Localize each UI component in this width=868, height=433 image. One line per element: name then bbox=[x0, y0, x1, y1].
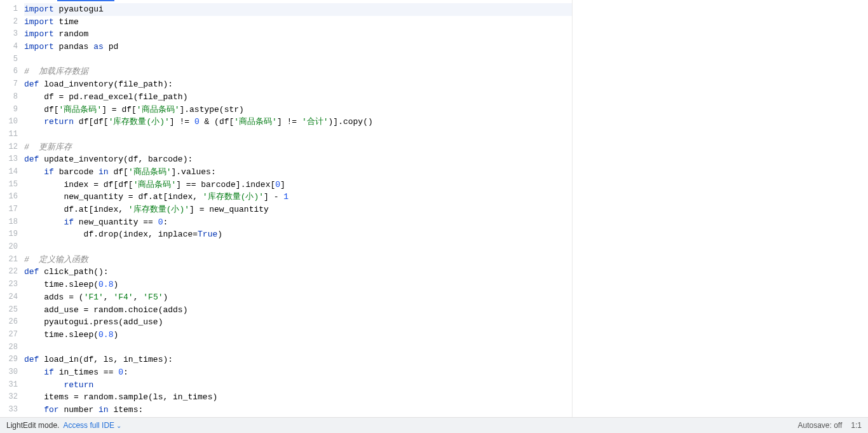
token-num: 0.8 bbox=[98, 330, 113, 340]
token-p: click_path(): bbox=[39, 267, 108, 277]
token-kw: def bbox=[24, 155, 39, 164]
token-kw: if bbox=[44, 167, 54, 177]
code-line[interactable]: items = random.sample(ls, in_times) bbox=[24, 391, 572, 404]
chevron-down-icon: ⌄ bbox=[116, 422, 121, 429]
line-number: 2 bbox=[0, 16, 18, 29]
token-kw: in bbox=[98, 167, 109, 177]
code-line[interactable]: return df[df['库存数量(小)'] != 0 & (df['商品条码… bbox=[24, 116, 572, 128]
code-line[interactable]: # 更新库存 bbox=[24, 141, 572, 154]
code-line[interactable] bbox=[24, 128, 572, 141]
token-str: '商品条码' bbox=[133, 180, 177, 189]
code-line[interactable]: if barcode in df['商品条码'].values: bbox=[24, 166, 572, 179]
code-line[interactable]: df.at[index, '库存数量(小)'] = new_quantity bbox=[24, 203, 572, 216]
line-number: 7 bbox=[0, 78, 18, 91]
token-kw: import bbox=[24, 17, 54, 27]
code-line[interactable]: time.sleep(0.8) bbox=[24, 329, 572, 341]
cursor-position[interactable]: 1:1 bbox=[851, 421, 862, 430]
line-number: 3 bbox=[0, 28, 18, 41]
token-p: df = pd.read_excel(file_path) bbox=[24, 92, 187, 102]
line-number-gutter: 1234567891011121314151617181920212223242… bbox=[0, 0, 24, 417]
token-p: ] == barcode].index[ bbox=[176, 180, 275, 189]
token-p: df[ bbox=[24, 105, 59, 114]
line-number: 12 bbox=[0, 141, 18, 154]
token-kw: def bbox=[24, 267, 39, 277]
code-line[interactable]: def click_path(): bbox=[24, 266, 572, 278]
token-p: new_quantity = df.at[index, bbox=[24, 192, 203, 202]
token-p: index = df[df[ bbox=[24, 180, 133, 189]
code-line[interactable]: time.sleep(0.8) bbox=[24, 278, 572, 291]
code-line[interactable]: pyautogui.press(add_use) bbox=[24, 316, 572, 329]
code-line[interactable]: import pandas as pd bbox=[24, 41, 572, 53]
code-line[interactable]: import pyautogui bbox=[24, 3, 572, 16]
code-line[interactable]: def update_inventory(df, barcode): bbox=[24, 153, 572, 166]
code-line[interactable]: for number in items: bbox=[24, 404, 572, 416]
code-line[interactable]: df = pd.read_excel(file_path) bbox=[24, 91, 572, 104]
line-number: 14 bbox=[0, 166, 18, 179]
token-num: 0 bbox=[118, 368, 123, 377]
code-line[interactable]: adds = ('F1', 'F4', 'F5') bbox=[24, 291, 572, 304]
code-line[interactable]: df['商品条码'] = df['商品条码'].astype(str) bbox=[24, 104, 572, 116]
token-p: update_inventory(df, barcode): bbox=[39, 155, 193, 164]
code-line[interactable]: def load_in(df, ls, in_times): bbox=[24, 354, 572, 366]
code-line[interactable]: new_quantity = df.at[index, '库存数量(小)'] -… bbox=[24, 191, 572, 203]
token-p: )].copy() bbox=[329, 117, 373, 127]
token-p: ] bbox=[280, 180, 285, 189]
editor-wrap: 1234567891011121314151617181920212223242… bbox=[0, 0, 868, 417]
line-number: 33 bbox=[0, 404, 18, 416]
line-number: 28 bbox=[0, 341, 18, 354]
token-kw: import bbox=[24, 42, 54, 52]
token-p bbox=[24, 405, 44, 415]
status-bar: LightEdit mode. Access full IDE ⌄ Autosa… bbox=[0, 417, 868, 433]
line-number: 24 bbox=[0, 291, 18, 304]
token-p: ) bbox=[163, 292, 168, 302]
code-line[interactable]: def load_inventory(file_path): bbox=[24, 78, 572, 91]
line-number: 19 bbox=[0, 228, 18, 241]
code-line[interactable]: import time bbox=[24, 16, 572, 29]
code-line[interactable]: import random bbox=[24, 28, 572, 41]
token-p: load_inventory(file_path): bbox=[39, 79, 173, 89]
token-p: add_use = random.choice(adds) bbox=[24, 305, 187, 315]
token-kw: for bbox=[44, 405, 58, 415]
token-p: random bbox=[54, 29, 89, 39]
editor-empty-right-panel bbox=[573, 0, 868, 417]
token-p: ].astype(str) bbox=[179, 105, 243, 114]
token-str: '库存数量(小)' bbox=[203, 192, 264, 202]
code-line[interactable]: df.drop(index, inplace=True) bbox=[24, 228, 572, 241]
line-number: 9 bbox=[0, 104, 18, 116]
line-number: 29 bbox=[0, 354, 18, 366]
line-number: 11 bbox=[0, 128, 18, 141]
token-kw: if bbox=[64, 217, 74, 227]
token-com: # 更新库存 bbox=[24, 142, 72, 152]
lightedit-mode-label: LightEdit mode. bbox=[6, 421, 59, 430]
token-p: ] - bbox=[264, 192, 283, 202]
token-num: 1 bbox=[283, 192, 288, 202]
token-str: 'F4' bbox=[113, 292, 133, 302]
autosave-status[interactable]: Autosave: off bbox=[797, 421, 842, 430]
code-line[interactable]: # 加载库存数据 bbox=[24, 65, 572, 78]
token-p: ].values: bbox=[171, 167, 215, 177]
access-full-ide-link[interactable]: Access full IDE ⌄ bbox=[63, 421, 121, 430]
line-number: 30 bbox=[0, 366, 18, 379]
line-number: 23 bbox=[0, 278, 18, 291]
code-line[interactable]: index = df[df['商品条码'] == barcode].index[… bbox=[24, 179, 572, 191]
code-line[interactable]: # 定义输入函数 bbox=[24, 254, 572, 266]
code-line[interactable]: return bbox=[24, 379, 572, 392]
token-p: load_in(df, ls, in_times): bbox=[39, 355, 173, 364]
token-p bbox=[24, 217, 64, 227]
code-line[interactable] bbox=[24, 241, 572, 254]
token-p: , bbox=[133, 292, 144, 302]
code-line[interactable] bbox=[24, 341, 572, 354]
token-num: 0.8 bbox=[98, 280, 113, 289]
line-number: 13 bbox=[0, 153, 18, 166]
code-editor[interactable]: import pyautoguiimport timeimport random… bbox=[24, 0, 573, 417]
token-p: time bbox=[54, 17, 79, 27]
token-p bbox=[24, 117, 44, 127]
code-line[interactable]: if in_times == 0: bbox=[24, 366, 572, 379]
code-line[interactable]: if new_quantity == 0: bbox=[24, 216, 572, 229]
token-str: '库存数量(小)' bbox=[109, 117, 170, 127]
code-line[interactable]: add_use = random.choice(adds) bbox=[24, 304, 572, 317]
token-kw: def bbox=[24, 79, 39, 89]
code-line[interactable] bbox=[24, 53, 572, 66]
token-p: df.drop(index, inplace= bbox=[24, 230, 198, 239]
token-p: df[df[ bbox=[74, 117, 109, 127]
